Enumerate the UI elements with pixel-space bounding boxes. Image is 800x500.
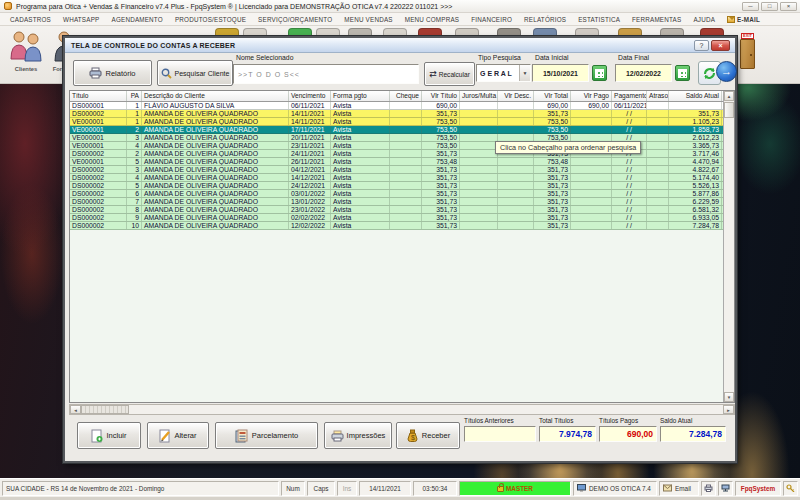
table-row[interactable]: DS0000024AMANDA DE OLIVEIRA QUADRADO14/1… xyxy=(70,174,723,182)
monitor-icon xyxy=(577,484,586,492)
column-header-titulo[interactable]: Título xyxy=(70,91,127,101)
table-row[interactable]: DS0000021AMANDA DE OLIVEIRA QUADRADO14/1… xyxy=(70,110,723,118)
scroll-down-icon[interactable]: ▼ xyxy=(724,392,734,402)
maximize-button[interactable]: □ xyxy=(761,2,778,11)
table-row[interactable]: VE0000011AMANDA DE OLIVEIRA QUADRADO14/1… xyxy=(70,118,723,126)
menu-item[interactable]: FINANCEIRO xyxy=(465,16,518,23)
data-inicial-calendar-button[interactable] xyxy=(592,65,607,81)
menu-item[interactable]: SERVIÇO/ORÇAMENTO xyxy=(252,16,338,23)
data-final-calendar-button[interactable] xyxy=(675,65,690,81)
menu-item[interactable]: CADASTROS xyxy=(4,16,57,23)
tipo-pesquisa-select[interactable]: G E R A L ▼ xyxy=(476,64,531,82)
column-header-pa[interactable]: PA xyxy=(127,91,142,101)
parcelamento-button[interactable]: Parcelamento xyxy=(215,422,318,449)
horizontal-scrollbar[interactable]: ◄ ► xyxy=(69,404,735,415)
table-row[interactable]: VE0000015AMANDA DE OLIVEIRA QUADRADO26/1… xyxy=(70,158,723,166)
column-header-vlr_total[interactable]: Vlr Total xyxy=(534,91,571,101)
menu-item[interactable]: MENU COMPRAS xyxy=(399,16,466,23)
cell-saldo: 351,73 xyxy=(669,110,722,117)
incluir-button[interactable]: Incluir xyxy=(77,422,141,449)
menu-item[interactable]: MENU VENDAS xyxy=(338,16,398,23)
column-header-venc[interactable]: Vencimento xyxy=(289,91,331,101)
cell-saldo: 1.858,73 xyxy=(669,126,722,133)
exit-button[interactable]: EXIT xyxy=(738,33,757,71)
svg-text:$: $ xyxy=(411,434,415,441)
cell-vlr_pago xyxy=(571,166,612,173)
status-print[interactable] xyxy=(701,481,716,496)
cell-pagamento: / / xyxy=(612,190,647,197)
dialog-close-button[interactable]: × xyxy=(711,40,730,51)
key-icon xyxy=(786,484,795,492)
cell-atraso xyxy=(647,190,669,197)
alterar-button[interactable]: Alterar xyxy=(147,422,209,449)
titulos-pagos-group: Títulos Pagos 690,00 xyxy=(599,417,657,442)
table-row[interactable]: DS0000027AMANDA DE OLIVEIRA QUADRADO13/0… xyxy=(70,198,723,206)
column-header-vlr_titulo[interactable]: Vlr Título xyxy=(422,91,460,101)
go-button[interactable]: → xyxy=(716,61,737,82)
scroll-up-icon[interactable]: ▲ xyxy=(724,91,734,101)
relatorio-button[interactable]: Relatório xyxy=(73,60,152,86)
data-inicial-input[interactable]: 15/10/2021 xyxy=(532,64,589,82)
dialog-help-button[interactable]: ? xyxy=(694,40,709,51)
cell-vlr_titulo: 351,73 xyxy=(422,190,460,197)
table-row[interactable]: DS0000025AMANDA DE OLIVEIRA QUADRADO24/1… xyxy=(70,182,723,190)
recalcular-button[interactable]: ⇄ Recalcular xyxy=(424,62,475,86)
menu-item-email[interactable]: E-MAIL xyxy=(721,16,766,23)
column-header-cheque[interactable]: Cheque xyxy=(390,91,422,101)
cell-vlr_total: 351,73 xyxy=(534,174,571,181)
close-button[interactable]: × xyxy=(780,2,797,11)
cell-pagamento: / / xyxy=(612,134,647,141)
pesquisar-cliente-button[interactable]: Pesquisar Cliente xyxy=(157,60,233,86)
data-final-input[interactable]: 12/02/2022 xyxy=(615,64,672,82)
menu-item[interactable]: FERRAMENTAS xyxy=(626,16,687,23)
table-row[interactable]: DS0000026AMANDA DE OLIVEIRA QUADRADO03/0… xyxy=(70,190,723,198)
table-row[interactable]: DS0000028AMANDA DE OLIVEIRA QUADRADO23/0… xyxy=(70,206,723,214)
cell-vlr_pago xyxy=(571,134,612,141)
column-header-saldo[interactable]: Saldo Atual xyxy=(669,91,722,101)
table-row[interactable]: DS0000011FLÁVIO AUGUSTO DA SILVA06/11/20… xyxy=(70,102,723,110)
vertical-scroll-thumb[interactable] xyxy=(724,102,734,118)
horizontal-scroll-thumb[interactable] xyxy=(81,405,129,414)
cell-titulo: DS000001 xyxy=(70,102,127,109)
menu-item[interactable]: WHATSAPP xyxy=(57,16,105,23)
column-header-juros[interactable]: Juros/Multa xyxy=(460,91,498,101)
scroll-right-icon[interactable]: ► xyxy=(723,405,734,414)
table-row[interactable]: VE0000012AMANDA DE OLIVEIRA QUADRADO17/1… xyxy=(70,126,723,134)
scroll-left-icon[interactable]: ◄ xyxy=(70,405,81,414)
data-inicial-label: Data Inicial xyxy=(535,54,569,61)
cell-vlr_titulo: 690,00 xyxy=(422,102,460,109)
cell-saldo: 4.470,94 xyxy=(669,158,722,165)
titulos-anteriores-label: Títulos Anteriores xyxy=(464,417,536,424)
toolbar-button-clientes[interactable]: Clientes xyxy=(6,29,46,72)
vertical-scrollbar[interactable]: ▲ ▼ xyxy=(723,91,734,402)
impressoes-button[interactable]: Impressões xyxy=(324,422,392,449)
menu-item[interactable]: PRODUTOS/ESTOQUE xyxy=(169,16,252,23)
table-row[interactable]: DS0000029AMANDA DE OLIVEIRA QUADRADO02/0… xyxy=(70,214,723,222)
cell-vlr_desc xyxy=(498,198,534,205)
receber-button[interactable]: $ Receber xyxy=(396,422,460,449)
menu-item[interactable]: AJUDA xyxy=(687,16,721,23)
column-header-vlr_pago[interactable]: Vlr Pago xyxy=(571,91,612,101)
column-header-pagamento[interactable]: Pagamento xyxy=(612,91,647,101)
printer-icon xyxy=(704,484,713,492)
cell-atraso xyxy=(647,142,669,149)
cell-saldo: 2.612,23 xyxy=(669,134,722,141)
cell-vlr_total: 351,73 xyxy=(534,190,571,197)
cell-vlr_desc xyxy=(498,126,534,133)
cell-vlr_titulo: 351,73 xyxy=(422,174,460,181)
menu-item[interactable]: ESTATISTICA xyxy=(572,16,626,23)
column-header-forma[interactable]: Forma pgto xyxy=(331,91,390,101)
table-row[interactable]: DS0000023AMANDA DE OLIVEIRA QUADRADO04/1… xyxy=(70,166,723,174)
column-header-atraso[interactable]: Atraso xyxy=(647,91,669,101)
status-network[interactable] xyxy=(718,481,733,496)
cell-vlr_pago xyxy=(571,158,612,165)
nome-selecionado-input[interactable]: >>T O D O S<< xyxy=(233,64,419,84)
minimize-button[interactable]: ─ xyxy=(742,2,759,11)
column-header-vlr_desc[interactable]: Vlr Desc. xyxy=(498,91,534,101)
table-row[interactable]: DS00000210AMANDA DE OLIVEIRA QUADRADO12/… xyxy=(70,222,723,230)
status-email[interactable]: Email xyxy=(659,481,699,496)
cell-venc: 24/11/2021 xyxy=(289,150,331,157)
menu-item[interactable]: RELATÓRIOS xyxy=(518,16,572,23)
menu-item[interactable]: AGENDAMENTO xyxy=(105,16,168,23)
column-header-cliente[interactable]: Descrição do Cliente xyxy=(142,91,289,101)
